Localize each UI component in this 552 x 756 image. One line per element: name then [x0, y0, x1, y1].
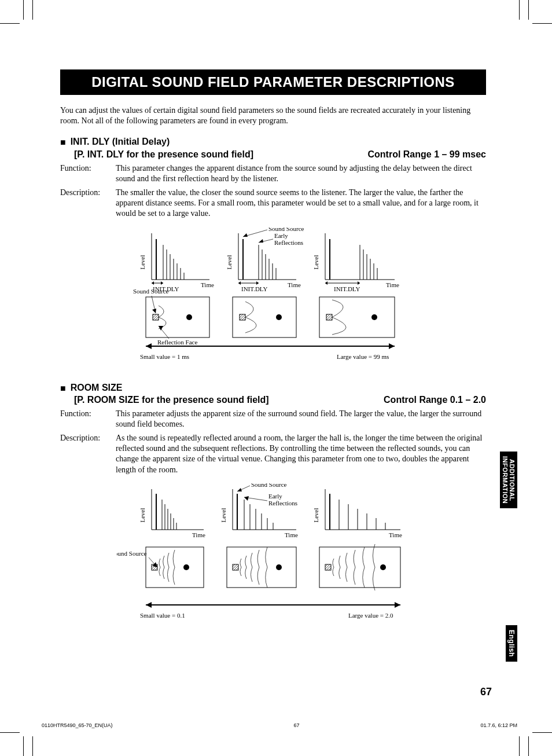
time-label: Time — [201, 281, 214, 288]
svg-rect-91 — [152, 564, 157, 570]
early-label: Early — [274, 232, 288, 239]
svg-marker-78 — [244, 496, 249, 501]
init-dly-diagram: Level Time INIT.DLY Level Time — [123, 227, 424, 372]
reflection-face-label: Reflection Face — [157, 339, 197, 346]
time-label: Time — [386, 281, 399, 288]
small-value-label: Small value = 0.1 — [140, 612, 185, 619]
section-2-name: ROOM SIZE — [71, 383, 123, 393]
sound-source-label: Sound Source — [268, 227, 304, 232]
reflections-label: Reflections — [274, 239, 303, 246]
svg-point-53 — [371, 314, 377, 320]
side-tab-english: English — [506, 625, 517, 662]
page-number: 67 — [480, 686, 492, 698]
section-2-subname: [P. ROOM SIZE for the presence sound fie… — [74, 395, 269, 405]
level-label: Level — [312, 508, 319, 522]
svg-rect-97 — [325, 564, 331, 570]
svg-marker-23 — [238, 281, 241, 285]
section-1-function-row: Function: This parameter changes the app… — [60, 163, 486, 184]
small-value-label: Small value = 1 ms — [140, 353, 189, 360]
section-1-subname: [P. INT. DLY for the presence sound fiel… — [74, 149, 253, 160]
svg-point-43 — [186, 314, 192, 320]
svg-marker-28 — [259, 239, 263, 243]
description-label: Description: — [60, 188, 116, 219]
section-1-description-row: Description: The smaller the value, the … — [60, 188, 486, 219]
svg-marker-12 — [161, 281, 163, 285]
svg-rect-42 — [153, 314, 159, 320]
section-2-heading: ■ ROOM SIZE — [60, 383, 486, 394]
section-1-subhead: [P. INT. DLY for the presence sound fiel… — [74, 149, 486, 160]
time-label: Time — [192, 531, 205, 538]
svg-rect-49 — [240, 314, 245, 320]
svg-marker-101 — [395, 602, 400, 608]
svg-marker-45 — [152, 309, 156, 313]
svg-marker-26 — [243, 233, 248, 237]
time-label: Time — [288, 281, 301, 288]
svg-marker-40 — [358, 281, 360, 285]
svg-point-98 — [380, 564, 386, 570]
section-2-function-row: Function: This parameter adjusts the app… — [60, 409, 486, 430]
level-label: Level — [139, 508, 146, 522]
section-1-description: The smaller the value, the closer the so… — [116, 188, 486, 219]
footer: 0110HTR5490_65-70_EN(UA) 67 01.7.6, 6:12… — [42, 722, 517, 728]
section-2-description: As the sound is repeatedly reflected aro… — [116, 433, 486, 475]
section-1-name: INIT. DLY (Initial Delay) — [71, 137, 170, 147]
svg-point-95 — [276, 564, 282, 570]
level-label: Level — [312, 255, 319, 269]
square-bullet-icon: ■ — [60, 383, 66, 394]
svg-marker-56 — [389, 343, 395, 349]
section-2-range: Control Range 0.1 – 2.0 — [384, 395, 486, 405]
sound-source-label: Sound Source — [251, 483, 287, 488]
square-bullet-icon: ■ — [60, 137, 66, 148]
svg-point-92 — [183, 564, 189, 570]
svg-marker-11 — [152, 281, 154, 285]
section-2-function: This parameter adjusts the apparent size… — [116, 409, 486, 430]
svg-rect-96 — [319, 547, 400, 588]
svg-rect-94 — [233, 564, 238, 570]
description-label: Description: — [60, 433, 116, 475]
sound-source-label: Sound Source — [117, 550, 147, 557]
svg-marker-76 — [237, 488, 242, 491]
reflections-label: Reflections — [268, 500, 297, 507]
page-content: DIGITAL SOUND FIELD PARAMETER DESCRIPTIO… — [60, 69, 486, 634]
large-value-label: Large value = 2.0 — [348, 612, 393, 619]
section-1-function: This parameter changes the apparent dist… — [116, 163, 486, 184]
footer-right: 01.7.6, 6:12 PM — [480, 722, 517, 728]
svg-rect-52 — [326, 314, 332, 320]
section-1-range: Control Range 1 – 99 msec — [367, 149, 486, 160]
level-label: Level — [220, 508, 227, 522]
intro-text: You can adjust the values of certain dig… — [60, 105, 486, 126]
init-dly-label: INIT.DLY — [334, 285, 360, 292]
time-label: Time — [285, 531, 298, 538]
section-2-description-row: Description: As the sound is repeatedly … — [60, 433, 486, 475]
function-label: Function: — [60, 409, 116, 430]
footer-left: 0110HTR5490_65-70_EN(UA) — [42, 722, 113, 728]
level-label: Level — [139, 255, 146, 269]
svg-point-50 — [276, 314, 282, 320]
level-label: Level — [226, 255, 233, 269]
svg-marker-24 — [256, 281, 259, 285]
svg-marker-39 — [325, 281, 327, 285]
function-label: Function: — [60, 163, 116, 184]
section-1-heading: ■ INIT. DLY (Initial Delay) — [60, 137, 486, 148]
large-value-label: Large value = 99 ms — [337, 353, 389, 360]
svg-marker-55 — [146, 343, 152, 349]
svg-marker-47 — [159, 326, 163, 331]
section-2-subhead: [P. ROOM SIZE for the presence sound fie… — [74, 395, 486, 405]
time-label: Time — [389, 531, 402, 538]
early-label: Early — [268, 493, 282, 500]
footer-center: 67 — [294, 722, 300, 728]
init-dly-label: INIT.DLY — [241, 285, 267, 292]
side-tab-additional-info: ADDITIONALINFORMATION — [500, 452, 517, 508]
room-size-diagram: Level Time Level Time — [117, 483, 429, 634]
page-title: DIGITAL SOUND FIELD PARAMETER DESCRIPTIO… — [60, 69, 486, 95]
svg-marker-100 — [146, 602, 152, 608]
sound-source-label: Sound Source — [133, 288, 169, 295]
